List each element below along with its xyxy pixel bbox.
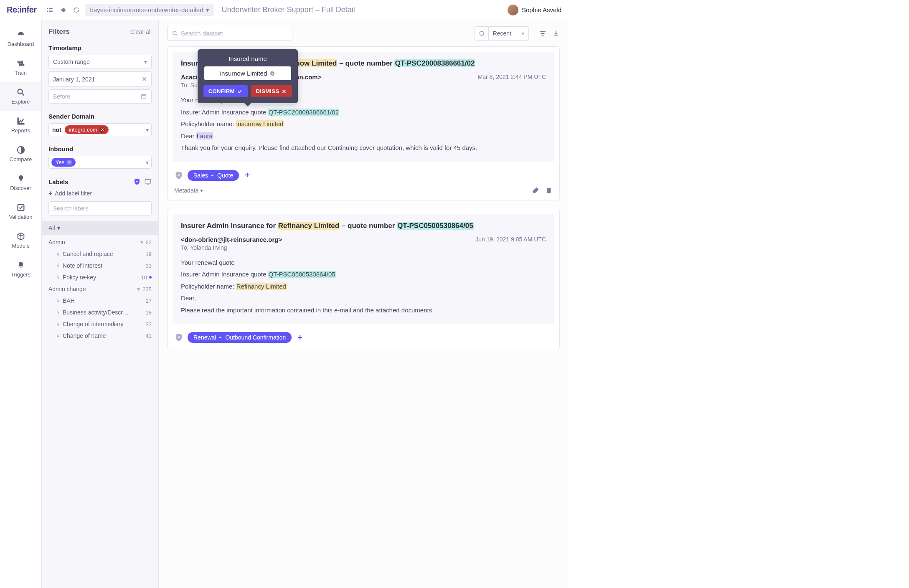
nav-models[interactable]: Models — [0, 226, 41, 255]
message-card: Insurer Admin Insurance for insurnow Lim… — [167, 46, 560, 200]
label-change-name[interactable]: ↳Change of name41 — [48, 330, 155, 342]
refresh-button[interactable] — [475, 26, 489, 41]
svg-point-4 — [18, 89, 22, 94]
add-label-icon[interactable]: + — [297, 333, 302, 342]
clear-all-link[interactable]: Clear all — [130, 28, 152, 35]
label-business-activity[interactable]: ↳Business activity/Descr…18 — [48, 307, 155, 318]
timestamp: Mar 8, 2021 2:44 PM UTC — [478, 74, 546, 80]
insured-highlight[interactable]: insurnow Limited — [236, 120, 284, 127]
label-admin[interactable]: Admin▾62 — [48, 236, 155, 248]
quote-highlight[interactable]: QT-PSC20008386661/02 — [268, 109, 339, 116]
message-body: Your renewal quote Insurer Admin Insuran… — [181, 257, 546, 317]
nav-validation[interactable]: Validation — [0, 197, 41, 226]
search-dataset-input[interactable]: Search dataset — [167, 26, 292, 41]
timestamp-from-input[interactable]: January 1, 2021✕ — [48, 71, 152, 87]
labels-all-row[interactable]: All▾ — [42, 221, 158, 235]
quote-highlight[interactable]: QT-PSC0500530864/05 — [397, 222, 473, 230]
new-indicator — [149, 276, 152, 279]
insured-highlight[interactable]: Refinancy Limited — [236, 283, 287, 290]
label-note-interest[interactable]: ↳Note of interest33 — [48, 260, 155, 271]
chevron-down-icon: ▾ — [200, 187, 203, 194]
metadata-toggle[interactable]: Metadata▾ — [174, 187, 203, 194]
svg-rect-10 — [272, 72, 274, 75]
link-icon[interactable] — [532, 187, 539, 194]
to-line: To: Yolanda Irving — [181, 244, 546, 251]
page-title: Underwriter Broker Support – Full Detail — [222, 5, 355, 14]
nav-discover[interactable]: Discover — [0, 168, 41, 197]
nav-dashboard[interactable]: Dashboard — [0, 24, 41, 53]
logo: Re:infer — [7, 5, 37, 15]
filters-title: Filters — [48, 28, 70, 36]
nav-explore[interactable]: Explore — [0, 82, 41, 111]
label-change-intermediary[interactable]: ↳Change of intermediary32 — [48, 318, 155, 330]
message-body: Your renewal quote Insurer Admin Insuran… — [181, 94, 546, 154]
timestamp-label: Timestamp — [48, 44, 152, 51]
remove-tag-icon[interactable]: ✕ — [99, 127, 105, 133]
topbar: Re:infer bayes-inc/insurance-underwriter… — [0, 0, 568, 20]
label-pill-renewal[interactable]: Renewal Outbound Confirmation — [188, 332, 292, 343]
refresh-icon[interactable] — [73, 6, 80, 14]
shield-icon[interactable] — [133, 178, 141, 185]
trash-icon[interactable] — [545, 187, 553, 194]
gear-icon[interactable] — [59, 6, 67, 14]
entity-popover: Insured name insurnow Limited CONFIRM DI… — [198, 49, 298, 103]
dismiss-button[interactable]: DISMISS — [251, 85, 292, 97]
label-admin-change[interactable]: Admin change▾235 — [48, 283, 155, 295]
label-bah[interactable]: ↳BAH27 — [48, 295, 155, 307]
label-cancel-replace[interactable]: ↳Cancel and replace19 — [48, 248, 155, 260]
nav-compare[interactable]: Compare — [0, 139, 41, 168]
chevron-down-icon: ▾ — [57, 225, 60, 231]
nav-train[interactable]: Train — [0, 53, 41, 82]
timestamp-to-input[interactable]: Before — [48, 89, 152, 104]
svg-point-9 — [173, 31, 176, 34]
timestamp: Jun 19, 2021 9:05 AM UTC — [475, 236, 546, 243]
shield-check-icon[interactable] — [174, 333, 183, 342]
chevron-down-icon: ▾ — [146, 159, 149, 166]
calendar-icon — [140, 93, 147, 100]
dataset-selector[interactable]: bayes-inc/insurance-underwriter-detailed… — [85, 4, 214, 16]
download-icon[interactable] — [552, 30, 560, 37]
sort-select[interactable]: Recent▾ — [489, 26, 529, 41]
user-menu[interactable]: Sophie Asveld — [508, 5, 561, 15]
insured-highlight[interactable]: Refinancy Limited — [278, 222, 340, 230]
sender-tag[interactable]: integro.com✕ — [65, 125, 109, 134]
label-tree: Admin▾62 ↳Cancel and replace19 ↳Note of … — [42, 235, 158, 350]
grid-icon[interactable] — [46, 6, 53, 14]
nav-reports[interactable]: Reports — [0, 111, 41, 139]
not-text: not — [51, 127, 63, 133]
svg-rect-3 — [49, 10, 52, 12]
chevron-down-icon: ▾ — [146, 127, 149, 133]
screen-icon[interactable] — [144, 178, 152, 185]
popover-value: insurnow Limited — [204, 66, 291, 80]
user-name: Sophie Asveld — [522, 6, 561, 13]
sender-domain-select[interactable]: not integro.com✕ ▾ — [48, 123, 152, 136]
message-card: Insurer Admin Insurance for Refinancy Li… — [167, 209, 560, 350]
svg-rect-2 — [47, 10, 48, 12]
quote-highlight[interactable]: QT-PSC0500530864/05 — [268, 271, 335, 278]
filters-panel: Filters Clear all Timestamp Custom range… — [42, 20, 159, 588]
search-labels-input[interactable]: Search labels — [48, 201, 152, 215]
add-label-icon[interactable]: + — [245, 170, 250, 180]
nav-triggers[interactable]: Triggers — [0, 255, 41, 284]
quote-highlight[interactable]: QT-PSC20008386661/02 — [394, 59, 475, 67]
sort-lines-icon[interactable] — [539, 30, 546, 37]
main-area: Search dataset Recent▾ — [159, 20, 568, 588]
copy-icon[interactable] — [269, 71, 275, 76]
inbound-tag[interactable]: Yes✕ — [51, 158, 76, 167]
labels-title: Labels — [48, 178, 69, 185]
svg-rect-0 — [47, 8, 48, 9]
clear-icon[interactable]: ✕ — [142, 75, 147, 83]
label-policy-rekey[interactable]: ↳Policy re-key10 — [48, 271, 155, 283]
sender-domain-label: Sender Domain — [48, 113, 152, 120]
inbound-select[interactable]: Yes✕ ▾ — [48, 156, 152, 169]
label-pill-sales-quote[interactable]: Sales Quote — [188, 170, 239, 181]
shield-check-icon[interactable] — [174, 171, 183, 180]
add-label-filter[interactable]: +Add label filter — [42, 188, 158, 201]
nav-rail: Dashboard Train Explore Reports Compare … — [0, 20, 42, 588]
name-highlight[interactable]: Laura — [196, 132, 213, 139]
timestamp-range-select[interactable]: Custom range▾ — [48, 55, 152, 69]
remove-tag-icon[interactable]: ✕ — [66, 160, 72, 165]
chevron-down-icon: ▾ — [144, 58, 147, 65]
topbar-tools — [46, 6, 80, 14]
confirm-button[interactable]: CONFIRM — [203, 85, 248, 97]
